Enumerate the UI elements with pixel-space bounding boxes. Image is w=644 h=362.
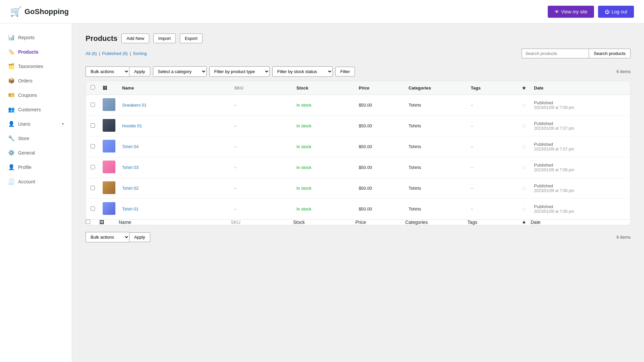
- row-stock-5: In stock: [293, 199, 356, 220]
- bottom-action-bar: Bulk actions Apply 6 items: [86, 232, 631, 242]
- star-icon-1[interactable]: ☆: [521, 123, 527, 129]
- sidebar-item-store[interactable]: 🔧 Store: [0, 131, 72, 145]
- star-icon-0[interactable]: ☆: [521, 102, 527, 109]
- sidebar-item-reports[interactable]: 📊 Reports: [0, 30, 72, 45]
- table-row: Tshirt 01 – In stock $50.00 Tshirts – ☆ …: [86, 199, 630, 220]
- row-fav-5[interactable]: ☆: [517, 199, 531, 220]
- row-img-5: [99, 199, 119, 220]
- row-checkbox-input-0[interactable]: [91, 103, 95, 107]
- row-img-4: [99, 178, 119, 199]
- star-icon-5[interactable]: ☆: [521, 206, 527, 213]
- row-name-5[interactable]: Tshirt 01: [119, 199, 231, 220]
- row-price-1: $50.00: [355, 116, 405, 136]
- filter-published-link[interactable]: Published (6): [102, 51, 128, 56]
- reports-icon: 📊: [8, 34, 15, 41]
- select-all-checkbox[interactable]: [91, 85, 95, 89]
- page-header: Products Add New Import Export: [86, 34, 631, 43]
- add-new-button[interactable]: Add New: [121, 34, 149, 43]
- footer-categories: Categories: [405, 220, 468, 225]
- filter-sorting-link[interactable]: Sorting: [133, 51, 147, 56]
- stock-status-select[interactable]: Filter by stock status: [272, 66, 333, 77]
- sidebar-item-account[interactable]: 🧾 Account: [0, 174, 72, 189]
- header-actions: 👁 View my site ⏻ Log out: [548, 6, 634, 18]
- row-checkbox-input-2[interactable]: [91, 144, 95, 148]
- row-fav-4[interactable]: ☆: [517, 178, 531, 199]
- export-button[interactable]: Export: [180, 34, 203, 43]
- sidebar-item-users[interactable]: 👤 Users ▾: [0, 117, 72, 131]
- star-icon-2[interactable]: ☆: [521, 143, 527, 150]
- row-checkbox-input-1[interactable]: [91, 123, 95, 128]
- sidebar-item-products[interactable]: 🏷️ Products: [0, 45, 72, 59]
- header-price: Price: [355, 81, 405, 95]
- bulk-actions-select-top[interactable]: Bulk actions: [86, 66, 129, 77]
- row-name-3[interactable]: Tshirt 03: [119, 157, 231, 178]
- app-name: GoShopping: [24, 7, 69, 16]
- row-fav-3[interactable]: ☆: [517, 157, 531, 178]
- apply-button-bottom[interactable]: Apply: [129, 232, 150, 242]
- sidebar-item-orders[interactable]: 📦 Orders: [0, 73, 72, 88]
- category-select[interactable]: Select a category: [153, 66, 207, 77]
- sidebar-item-customers[interactable]: 👥 Customers: [0, 102, 72, 117]
- sidebar-item-coupons[interactable]: 🎫 Coupons: [0, 88, 72, 102]
- footer-checkbox-col: [86, 220, 99, 225]
- table-row: Sneakers 01 – In stock $50.00 Tshirts – …: [86, 95, 630, 116]
- footer-fav: ★: [517, 220, 531, 225]
- search-input[interactable]: [522, 49, 589, 58]
- row-img-3: [99, 157, 119, 178]
- sidebar-item-general[interactable]: ⚙️ General: [0, 145, 72, 160]
- row-fav-1[interactable]: ☆: [517, 116, 531, 136]
- star-icon-3[interactable]: ☆: [521, 164, 527, 171]
- coupons-icon: 🎫: [8, 92, 15, 98]
- sidebar: 📊 Reports 🏷️ Products 🗂️ Taxonomies 📦 Or…: [0, 23, 72, 362]
- row-date-3: Published 2023/01/09 at 7:06 pm: [531, 157, 630, 178]
- apply-button-top[interactable]: Apply: [129, 67, 150, 76]
- row-name-1[interactable]: Hoodie 01: [119, 116, 231, 136]
- product-type-select[interactable]: Filter by product type: [209, 66, 270, 77]
- users-icon: 👤: [8, 121, 15, 127]
- main-content: Products Add New Import Export All (6) |…: [72, 23, 644, 362]
- row-stock-2: In stock: [293, 136, 356, 157]
- row-fav-2[interactable]: ☆: [517, 136, 531, 157]
- row-name-4[interactable]: Tshirt 02: [119, 178, 231, 199]
- footer-sku: SKU: [231, 220, 293, 225]
- sidebar-item-taxonomies[interactable]: 🗂️ Taxonomies: [0, 59, 72, 73]
- row-date-value-3: 2023/01/09 at 7:06 pm: [534, 168, 627, 172]
- filter-all-link[interactable]: All (6): [86, 51, 97, 56]
- view-site-button[interactable]: 👁 View my site: [548, 6, 594, 18]
- sidebar-item-profile[interactable]: 👤 Profile: [0, 160, 72, 174]
- row-name-2[interactable]: Tshirt 04: [119, 136, 231, 157]
- row-checkbox-input-3[interactable]: [91, 165, 95, 169]
- table-footer-row: 🖼 Name SKU Stock Price Categories Tags ★…: [86, 220, 630, 225]
- table-header-row: 🖼 Name SKU Stock Price Categories Tags ★…: [86, 81, 630, 95]
- row-price-5: $50.00: [355, 199, 405, 220]
- sidebar-label-orders: Orders: [18, 78, 33, 83]
- row-img-2: [99, 136, 119, 157]
- bulk-actions-select-bottom[interactable]: Bulk actions: [86, 232, 129, 242]
- logo-icon: 🛒: [10, 6, 22, 17]
- sidebar-label-general: General: [18, 150, 35, 156]
- row-tags-3: –: [468, 157, 518, 178]
- row-categories-2: Tshirts: [405, 136, 468, 157]
- row-date-value-2: 2023/01/09 at 7:07 pm: [534, 147, 627, 152]
- row-checkbox-1: [86, 116, 99, 136]
- product-image-3: [103, 161, 115, 173]
- row-name-0[interactable]: Sneakers 01: [119, 95, 231, 116]
- product-image-4: [103, 181, 115, 194]
- row-checkbox-input-5[interactable]: [91, 206, 95, 211]
- import-button[interactable]: Import: [153, 34, 176, 43]
- row-date-status-2: Published: [534, 142, 627, 147]
- header-date: Date: [531, 81, 630, 95]
- row-img-1: [99, 116, 119, 136]
- row-checkbox-input-4[interactable]: [91, 186, 95, 190]
- layout: 📊 Reports 🏷️ Products 🗂️ Taxonomies 📦 Or…: [0, 23, 644, 362]
- row-fav-0[interactable]: ☆: [517, 95, 531, 116]
- search-button[interactable]: Search products: [589, 49, 631, 58]
- row-sku-0: –: [231, 95, 293, 116]
- sidebar-label-account: Account: [18, 179, 35, 184]
- row-price-4: $50.00: [355, 178, 405, 199]
- row-price-0: $50.00: [355, 95, 405, 116]
- filter-button-top[interactable]: Filter: [335, 67, 355, 76]
- star-icon-4[interactable]: ☆: [521, 185, 527, 192]
- logout-button[interactable]: ⏻ Log out: [598, 6, 634, 18]
- footer-select-all-checkbox[interactable]: [86, 220, 90, 224]
